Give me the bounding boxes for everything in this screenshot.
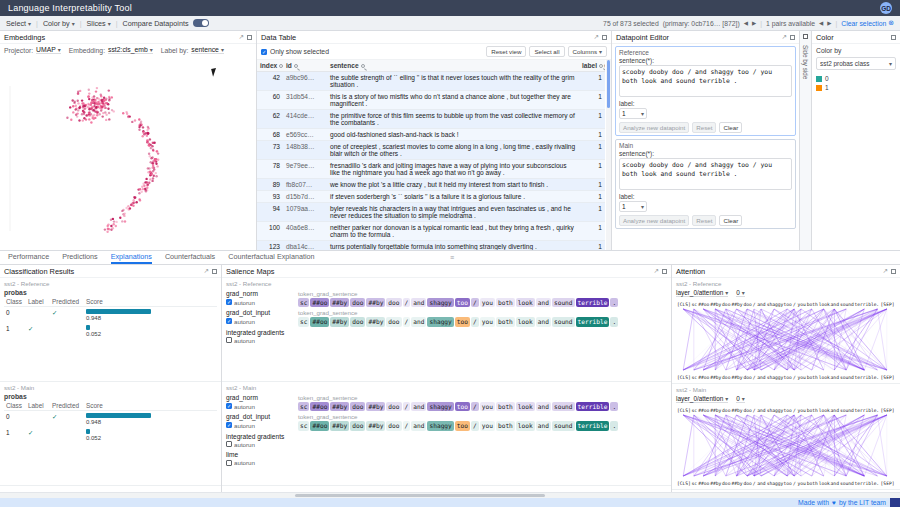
salience-token[interactable]: ##by xyxy=(366,402,385,411)
column-header-label[interactable]: label▴▾ xyxy=(579,60,605,72)
salience-token[interactable]: ##oo xyxy=(310,317,329,326)
maximize-icon[interactable] xyxy=(891,35,896,40)
popout-icon[interactable]: ↗ xyxy=(654,267,659,275)
salience-token[interactable]: terrible xyxy=(576,298,610,307)
salience-token[interactable]: sound xyxy=(552,402,575,411)
table-row[interactable]: 42a9bc96…the subtle strength of `` ellin… xyxy=(257,72,605,91)
table-row[interactable]: 6031db54…this is a story of two misfits … xyxy=(257,91,605,110)
user-avatar[interactable]: GD xyxy=(880,2,892,14)
color-by-select[interactable]: sst2 probas class▾ xyxy=(816,57,896,70)
only-show-selected-checkbox[interactable]: ✓Only show selected xyxy=(261,48,329,55)
autorun-checkbox[interactable]: autorun xyxy=(226,459,255,466)
search-icon[interactable] xyxy=(361,64,365,68)
maximize-icon[interactable] xyxy=(212,269,217,274)
search-icon[interactable] xyxy=(279,64,283,68)
salience-token[interactable]: doo xyxy=(350,298,365,307)
reset-view-button[interactable]: Reset view xyxy=(486,46,526,57)
salience-token[interactable]: doo xyxy=(350,317,365,326)
label-select[interactable]: 1▾ xyxy=(619,201,647,212)
analyze-new-datapoint-button[interactable]: Analyze new datapoint xyxy=(619,122,689,133)
maximize-icon[interactable] xyxy=(662,269,667,274)
salience-token[interactable]: ##by xyxy=(330,402,349,411)
analyze-new-datapoint-button[interactable]: Analyze new datapoint xyxy=(619,215,689,226)
autorun-checkbox[interactable]: autorun xyxy=(226,441,255,448)
salience-token[interactable]: / xyxy=(403,317,411,326)
salience-token[interactable]: ##by xyxy=(330,421,349,430)
clear-button[interactable]: Clear xyxy=(719,122,742,133)
select-all-button[interactable]: Select all xyxy=(529,46,564,57)
clear-selection-button[interactable]: Clear selection⊗ xyxy=(841,19,894,27)
popout-icon[interactable]: ↗ xyxy=(204,267,209,275)
salience-token[interactable]: . xyxy=(610,317,618,326)
column-header-index[interactable]: index▴▾ xyxy=(257,60,283,72)
columns-button[interactable]: Columns▾ xyxy=(568,46,607,57)
salience-token[interactable]: sc xyxy=(298,317,309,326)
maximize-icon[interactable] xyxy=(891,269,896,274)
lit-team-link[interactable]: by the LIT team xyxy=(839,499,886,506)
clear-button[interactable]: Clear xyxy=(719,215,742,226)
sentence-textarea[interactable]: scooby dooby doo / and shaggy too / you … xyxy=(619,158,792,190)
salience-token[interactable]: sc xyxy=(298,402,309,411)
salience-token[interactable]: shaggy xyxy=(427,402,453,411)
tab-explanations[interactable]: Explanations xyxy=(111,251,152,264)
salience-token[interactable]: ##oo xyxy=(310,298,329,307)
salience-token[interactable]: too xyxy=(455,298,470,307)
salience-token[interactable]: you xyxy=(480,421,495,430)
table-row[interactable]: 789e79ee…fresnadillo 's dark and jolting… xyxy=(257,160,605,179)
autorun-checkbox[interactable]: ✓autorun xyxy=(226,299,255,306)
prev-pair-button[interactable]: ◀ xyxy=(819,20,823,26)
scrollbar-thumb[interactable] xyxy=(607,60,610,108)
salience-token[interactable]: both xyxy=(496,402,515,411)
vertical-scrollbar[interactable] xyxy=(606,60,611,250)
autorun-checkbox[interactable]: ✓autorun xyxy=(226,422,255,429)
embedding-scatter[interactable] xyxy=(0,56,256,250)
autorun-checkbox[interactable]: ✓autorun xyxy=(226,318,255,325)
salience-token[interactable]: . xyxy=(610,402,618,411)
side-by-side-checkbox[interactable] xyxy=(803,34,808,39)
embedding-scatter-plot[interactable] xyxy=(0,56,255,242)
table-row[interactable]: 62414cde…the primitive force of this fil… xyxy=(257,110,605,129)
slices-menu[interactable]: Slices▾ xyxy=(87,19,111,28)
salience-token[interactable]: sound xyxy=(552,298,575,307)
autorun-checkbox[interactable]: autorun xyxy=(226,337,255,344)
salience-token[interactable]: . xyxy=(610,421,618,430)
tab-predictions[interactable]: Predictions xyxy=(62,251,98,264)
popout-icon[interactable]: ↗ xyxy=(883,267,888,275)
sentence-textarea[interactable]: scooby dooby doo / and shaggy too / you … xyxy=(619,65,792,97)
salience-token[interactable]: doo xyxy=(386,402,401,411)
label-by-select[interactable]: sentence▾ xyxy=(191,46,224,54)
salience-token[interactable]: terrible xyxy=(576,402,610,411)
autorun-checkbox[interactable]: ✓autorun xyxy=(226,403,255,410)
salience-token[interactable]: / xyxy=(471,317,479,326)
salience-token[interactable]: too xyxy=(455,402,470,411)
table-row[interactable]: 73148b38…one of creepiest , scariest mov… xyxy=(257,141,605,160)
popout-icon[interactable]: ↗ xyxy=(239,33,244,41)
salience-token[interactable]: doo xyxy=(386,317,401,326)
label-select[interactable]: 1▾ xyxy=(619,108,647,119)
salience-token[interactable]: you xyxy=(480,298,495,307)
salience-token[interactable]: and xyxy=(411,421,426,430)
salience-token[interactable]: both xyxy=(496,298,515,307)
salience-token[interactable]: doo xyxy=(350,402,365,411)
salience-token[interactable]: both xyxy=(496,421,515,430)
salience-token[interactable]: terrible xyxy=(576,421,610,430)
salience-token[interactable]: too xyxy=(455,317,470,326)
salience-token[interactable]: look xyxy=(516,421,535,430)
salience-token[interactable]: you xyxy=(480,402,495,411)
salience-token[interactable]: ##by xyxy=(366,317,385,326)
color-by-menu[interactable]: Color by▾ xyxy=(43,19,75,28)
salience-token[interactable]: sound xyxy=(552,421,575,430)
search-icon[interactable] xyxy=(294,64,298,68)
salience-token[interactable]: sc xyxy=(298,421,309,430)
salience-token[interactable]: and xyxy=(411,298,426,307)
salience-token[interactable]: sc xyxy=(298,298,309,307)
attention-layer-select[interactable]: layer_0/attention▾ xyxy=(676,395,728,403)
column-header-id[interactable]: id xyxy=(283,60,327,72)
select-menu[interactable]: Select▾ xyxy=(6,19,31,28)
popout-icon[interactable]: ↗ xyxy=(594,33,599,41)
column-header-sentence[interactable]: sentence xyxy=(327,60,579,72)
projector-select[interactable]: UMAP▾ xyxy=(36,46,61,54)
salience-token[interactable]: / xyxy=(471,402,479,411)
salience-token[interactable]: ##by xyxy=(330,317,349,326)
salience-token[interactable]: ##oo xyxy=(310,402,329,411)
